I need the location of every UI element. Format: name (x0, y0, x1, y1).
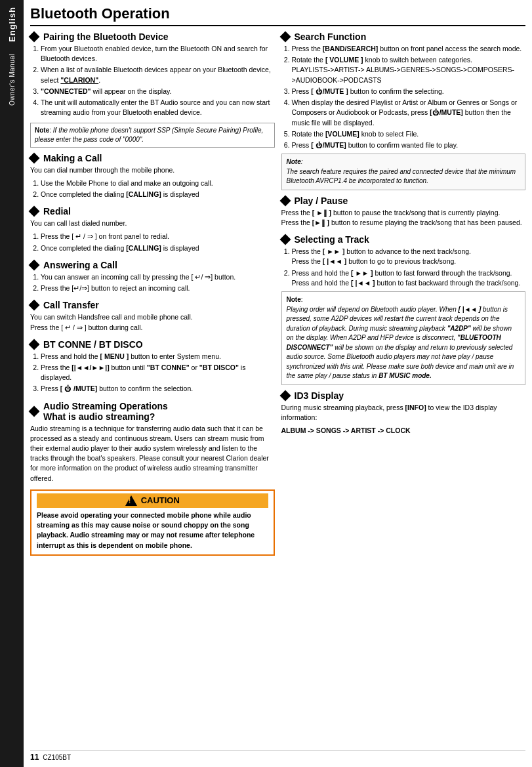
audio-streaming-intro: Audio streaming is a technique for trans… (30, 424, 275, 484)
caution-header: CAUTION (37, 493, 268, 508)
sidebar-manual: Owner's Manual (9, 54, 16, 106)
list-item: Press and hold the [ MENU ] button to en… (41, 352, 275, 362)
list-item: The unit will automatically enter the BT… (41, 98, 275, 117)
answering-list: You can answer an incoming call by press… (30, 272, 275, 295)
list-item: Press the [↵/⇒] button to reject an inco… (41, 283, 275, 293)
call-transfer-intro: You can switch Handsfree call and mobile… (30, 312, 275, 332)
section-title-play-pause: Play / Pause (281, 196, 526, 206)
id3-title-text: ID3 Display (295, 390, 344, 401)
section-title-id3: ID3 Display (281, 390, 526, 401)
diamond-icon (279, 31, 291, 43)
left-column: Pairing the Bluetooth Device From your B… (30, 31, 275, 747)
diamond-icon (29, 206, 40, 217)
making-call-list: Use the Mobile Phone to dial and make an… (30, 178, 275, 201)
making-call-intro: You can dial number through the mobile p… (30, 165, 275, 175)
selecting-track-note: Note: Playing order will depend on Bluet… (281, 291, 526, 385)
section-title-selecting-track: Selecting a Track (281, 234, 526, 245)
diamond-icon (279, 390, 291, 401)
diamond-icon (29, 339, 40, 350)
diamond-icon (29, 31, 40, 43)
list-item: Press [ ⏻/MUTE] button to confirm wanted… (292, 140, 526, 150)
list-item: Once completed the dialing [CALLING] is … (41, 190, 275, 199)
section-answering: Answering a Call You can answer an incom… (30, 260, 275, 295)
list-item: Press the [ ↵ / ⇒ ] on front panel to re… (41, 232, 275, 241)
section-title-search: Search Function (281, 31, 526, 42)
section-call-transfer: Call Transfer You can switch Handsfree c… (30, 300, 275, 333)
section-title-redial: Redial (30, 206, 275, 217)
list-item: Press the [|◄◄/►►|] button until "BT CON… (41, 363, 275, 383)
caution-box: CAUTION Please avoid operating your conn… (30, 489, 275, 556)
section-bt-conne: BT CONNE / BT DISCO Press and hold the [… (30, 339, 275, 396)
model-number: CZ105BT (43, 754, 71, 761)
footer: 11 CZ105BT (30, 750, 525, 762)
id3-intro: During music streaming playback, press [… (281, 403, 526, 423)
diamond-icon (29, 259, 40, 270)
redial-list: Press the [ ↵ / ⇒ ] on front panel to re… (30, 232, 275, 254)
section-title-pairing: Pairing the Bluetooth Device (30, 31, 275, 42)
redial-title-text: Redial (43, 206, 71, 217)
caution-text: Please avoid operating your connected mo… (37, 510, 268, 550)
two-column-layout: Pairing the Bluetooth Device From your B… (30, 31, 525, 747)
section-audio-streaming: Audio Streaming Operations What is audio… (30, 401, 275, 556)
section-pairing: Pairing the Bluetooth Device From your B… (30, 31, 275, 148)
sidebar: English Owner's Manual (0, 0, 24, 767)
audio-streaming-title-text: Audio Streaming Operations What is audio… (43, 401, 168, 422)
search-list: Press the [BAND/SEARCH] button on front … (281, 44, 526, 152)
section-search: Search Function Press the [BAND/SEARCH] … (281, 31, 526, 190)
page-title: Bluetooth Operation (30, 5, 525, 26)
section-play-pause: Play / Pause Press the [ ►‖ ] button to … (281, 196, 526, 229)
id3-detail: ALBUM -> SONGS -> ARTIST -> CLOCK (281, 426, 526, 436)
pairing-list: From your Bluetooth enabled device, turn… (30, 44, 275, 119)
section-redial: Redial You can call last dialed number. … (30, 206, 275, 255)
section-making-call: Making a Call You can dial number throug… (30, 153, 275, 201)
page-number: 11 (30, 753, 39, 762)
sidebar-language: English (7, 7, 17, 42)
list-item: When display the desired Playlist or Art… (292, 98, 526, 128)
play-pause-title-text: Play / Pause (295, 196, 348, 206)
list-item: Use the Mobile Phone to dial and make an… (41, 178, 275, 188)
list-item: Press the [BAND/SEARCH] button on front … (292, 44, 526, 54)
caution-triangle-icon (125, 495, 137, 506)
section-title-bt-conne: BT CONNE / BT DISCO (30, 339, 275, 350)
list-item: Press [ ⏻/MUTE ] button to confirm the s… (292, 87, 526, 96)
bt-conne-list: Press and hold the [ MENU ] button to en… (30, 352, 275, 396)
diamond-icon (29, 405, 40, 417)
pairing-note: Note: If the mobile phone doesn't suppor… (30, 123, 275, 148)
list-item: You can answer an incoming call by press… (41, 272, 275, 282)
list-item: Press [ ⏻ /MUTE] button to confirm the s… (41, 384, 275, 394)
list-item: From your Bluetooth enabled device, turn… (41, 44, 275, 64)
list-item: Rotate the [ VOLUME ] knob to switch bet… (292, 55, 526, 85)
section-title-call-transfer: Call Transfer (30, 300, 275, 310)
diamond-icon (279, 195, 291, 206)
main-content: Bluetooth Operation Pairing the Bluetoot… (24, 0, 532, 767)
play-pause-intro: Press the [ ►‖ ] button to pause the tra… (281, 208, 526, 228)
section-title-making-call: Making a Call (30, 153, 275, 163)
selecting-track-title-text: Selecting a Track (295, 234, 369, 245)
diamond-icon (279, 234, 291, 245)
list-item: When a list of available Bluetooth devic… (41, 65, 275, 85)
list-item: "CONNECTED" will appear on the display. (41, 87, 275, 96)
list-item: Rotate the [VOLUME] knob to select File. (292, 129, 526, 139)
diamond-icon (29, 300, 40, 311)
section-id3-display: ID3 Display During music streaming playb… (281, 390, 526, 438)
making-call-title-text: Making a Call (43, 153, 102, 163)
list-item: Once completed the dialing [CALLING] is … (41, 243, 275, 253)
diamond-icon (29, 152, 40, 163)
pairing-title-text: Pairing the Bluetooth Device (43, 31, 169, 42)
note-label: Note (287, 296, 301, 303)
section-title-answering: Answering a Call (30, 260, 275, 270)
section-title-audio-streaming: Audio Streaming Operations What is audio… (30, 401, 275, 422)
list-item: Press the [ ►► ] button to advance to th… (292, 247, 526, 266)
note-label: Note (35, 127, 49, 134)
call-transfer-title-text: Call Transfer (43, 300, 99, 310)
search-title-text: Search Function (295, 31, 367, 42)
bt-conne-title-text: BT CONNE / BT DISCO (43, 339, 143, 350)
note-label: Note (287, 158, 301, 165)
section-selecting-track: Selecting a Track Press the [ ►► ] butto… (281, 234, 526, 384)
right-column: Search Function Press the [BAND/SEARCH] … (281, 31, 526, 747)
redial-intro: You can call last dialed number. (30, 218, 275, 228)
selecting-track-list: Press the [ ►► ] button to advance to th… (281, 247, 526, 289)
search-note: Note:The search feature requires the pai… (281, 154, 526, 190)
caution-label: CAUTION (141, 495, 180, 505)
list-item: Press and hold the [ ►► ] button to fast… (292, 268, 526, 288)
